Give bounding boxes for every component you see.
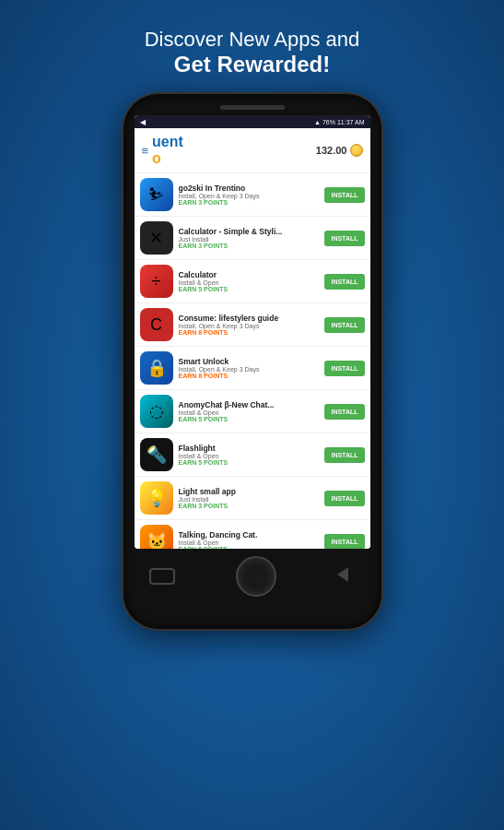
install-button[interactable]: INSTALL	[324, 231, 364, 246]
headline-line2: Get Rewarded!	[145, 52, 360, 77]
back-button[interactable]	[337, 567, 356, 586]
earn-points: EARN 3 POINTS	[179, 503, 320, 509]
app-icon: 🔦	[140, 438, 173, 471]
install-button[interactable]: INSTALL	[324, 534, 364, 550]
app-icon: 🐱	[140, 525, 173, 549]
list-item: 🔦 Flashlight Install & Open EARN 5 POINT…	[135, 433, 370, 477]
earn-points: EARN 5 POINTS	[179, 459, 320, 466]
status-right: ▲ 76% 11:37 AM	[314, 119, 365, 125]
earn-points: EARN 5 POINTS	[179, 546, 320, 549]
app-icon: C	[140, 308, 173, 341]
app-icon: 🔒	[140, 351, 173, 385]
list-item: 🐱 Talking, Dancing Cat. Install & Open E…	[135, 520, 370, 549]
install-button[interactable]: INSTALL	[324, 447, 364, 463]
install-button[interactable]: INSTALL	[324, 187, 364, 203]
app-action: Install & Open	[179, 279, 320, 286]
status-bar: ◀ ▲ 76% 11:37 AM	[135, 115, 370, 128]
app-name: Light small app	[179, 487, 320, 496]
app-info: Flashlight Install & Open EARN 5 POINTS	[179, 444, 320, 466]
install-button[interactable]: INSTALL	[324, 317, 364, 333]
headline-section: Discover New Apps and Get Rewarded!	[145, 28, 360, 77]
app-action: Just Install	[179, 236, 320, 243]
coins-display: 132.00	[316, 144, 363, 157]
app-info: AnomyChat β-New Chat... Install & Open E…	[179, 400, 320, 422]
phone-mockup: ◀ ▲ 76% 11:37 AM ≡ uento 132.00 ⛷	[123, 94, 381, 629]
earn-points: EARN 5 POINTS	[179, 286, 320, 292]
app-info: Calculator Install & Open EARN 5 POINTS	[179, 270, 320, 292]
app-list: ⛷ go2ski In Trentino Install, Open & Kee…	[135, 173, 370, 549]
app-info: Light small app Just Install EARN 3 POIN…	[179, 487, 320, 509]
app-header: ≡ uento 132.00	[135, 128, 370, 173]
home-button[interactable]	[236, 556, 276, 597]
app-name: Calculator	[179, 270, 320, 279]
recent-apps-button[interactable]	[149, 568, 175, 585]
app-action: Install, Open & Keep 3 Days	[179, 366, 320, 373]
app-name: Flashlight	[179, 444, 320, 453]
battery-level: 76%	[322, 119, 335, 125]
app-action: Install & Open	[179, 409, 320, 416]
app-info: Talking, Dancing Cat. Install & Open EAR…	[179, 530, 320, 549]
phone-bottom-nav	[131, 556, 374, 597]
phone-screen: ◀ ▲ 76% 11:37 AM ≡ uento 132.00 ⛷	[135, 115, 370, 549]
menu-icon[interactable]: ≡	[142, 144, 149, 158]
status-left: ◀	[140, 118, 146, 126]
app-info: Calculator - Simple & Styli... Just Inst…	[179, 227, 320, 249]
app-icon: ⛷	[140, 178, 173, 211]
logo-accent: o	[152, 150, 183, 167]
clock: 11:37 AM	[337, 119, 365, 125]
list-item: ◌ AnomyChat β-New Chat... Install & Open…	[135, 390, 370, 433]
app-name: go2ski In Trentino	[179, 184, 320, 193]
phone-speaker	[220, 105, 285, 110]
app-icon: ✕	[140, 221, 173, 255]
app-action: Install & Open	[179, 540, 320, 546]
app-name: AnomyChat β-New Chat...	[179, 400, 320, 409]
app-icon: ◌	[140, 395, 173, 428]
app-info: go2ski In Trentino Install, Open & Keep …	[179, 184, 320, 206]
list-item: ⛷ go2ski In Trentino Install, Open & Kee…	[135, 173, 370, 217]
install-button[interactable]: INSTALL	[324, 361, 364, 376]
coin-icon	[350, 144, 363, 157]
app-name: Calculator - Simple & Styli...	[179, 227, 320, 236]
list-item: ✕ Calculator - Simple & Styli... Just In…	[135, 217, 370, 260]
earn-points: EARN 5 POINTS	[179, 416, 320, 422]
app-name: Consume: lifestylers guide	[179, 314, 320, 323]
earn-points: EARN 3 POINTS	[179, 199, 320, 206]
logo-text: uento	[152, 134, 183, 167]
install-button[interactable]: INSTALL	[324, 491, 364, 506]
list-item: ÷ Calculator Install & Open EARN 5 POINT…	[135, 260, 370, 303]
app-icon: ÷	[140, 265, 173, 298]
list-item: 🔒 Smart Unlock Install, Open & Keep 3 Da…	[135, 347, 370, 390]
app-info: Consume: lifestylers guide Install, Open…	[179, 314, 320, 336]
list-item: 💡 Light small app Just Install EARN 3 PO…	[135, 477, 370, 520]
signal-icon: ◀	[140, 118, 146, 126]
app-logo: ≡ uento	[142, 134, 183, 167]
back-arrow-icon	[337, 567, 348, 582]
app-action: Install, Open & Keep 3 Days	[179, 323, 320, 329]
coins-amount: 132.00	[316, 145, 347, 156]
list-item: C Consume: lifestylers guide Install, Op…	[135, 303, 370, 347]
app-name: Talking, Dancing Cat.	[179, 530, 320, 540]
headline-line1: Discover New Apps and	[145, 28, 360, 52]
earn-points: EARN 8 POINTS	[179, 329, 320, 336]
install-button[interactable]: INSTALL	[324, 274, 364, 290]
install-button[interactable]: INSTALL	[324, 404, 364, 420]
app-name: Smart Unlock	[179, 357, 320, 366]
wifi-icon: ▲	[314, 119, 321, 125]
earn-points: EARN 8 POINTS	[179, 373, 320, 379]
app-icon: 💡	[140, 481, 173, 515]
app-action: Install & Open	[179, 453, 320, 459]
app-info: Smart Unlock Install, Open & Keep 3 Days…	[179, 357, 320, 379]
app-action: Just Install	[179, 496, 320, 503]
app-action: Install, Open & Keep 3 Days	[179, 193, 320, 199]
earn-points: EARN 3 POINTS	[179, 243, 320, 249]
